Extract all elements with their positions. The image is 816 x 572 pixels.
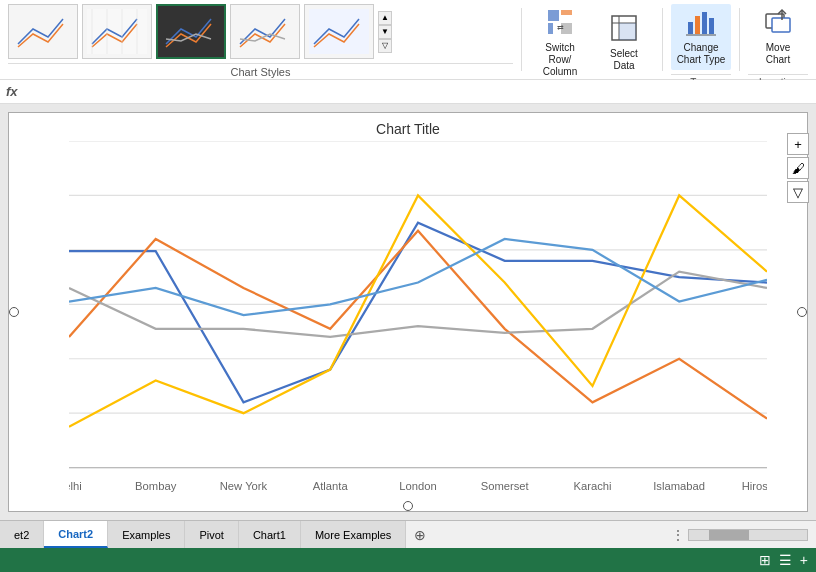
scroll-down[interactable]: ▼ bbox=[378, 25, 392, 39]
chart-type-icon bbox=[686, 8, 716, 40]
svg-text:Somerset: Somerset bbox=[481, 480, 530, 492]
svg-text:London: London bbox=[399, 480, 437, 492]
page-layout-icon[interactable]: ☰ bbox=[779, 552, 792, 568]
horizontal-scrollbar[interactable] bbox=[688, 529, 808, 541]
chart-area: 1200 1000 800 600 400 200 0 Delhi Bombay… bbox=[9, 141, 807, 520]
svg-rect-6 bbox=[548, 23, 553, 34]
chart-svg: 1200 1000 800 600 400 200 0 Delhi Bombay… bbox=[69, 141, 767, 520]
select-label: SelectData bbox=[610, 48, 638, 72]
location-btns: MoveChart bbox=[748, 4, 808, 70]
formula-icon: fx bbox=[6, 84, 18, 99]
change-chart-type-button[interactable]: ChangeChart Type bbox=[671, 4, 731, 70]
scrollbar-thumb[interactable] bbox=[709, 530, 749, 540]
svg-rect-19 bbox=[772, 18, 790, 32]
tabs-bar: et2 Chart2 Examples Pivot Chart1 More Ex… bbox=[0, 520, 816, 548]
tab-examples[interactable]: Examples bbox=[108, 521, 185, 548]
ribbon-divider-2 bbox=[662, 8, 663, 71]
chart-action-buttons: + 🖌 ▽ bbox=[787, 133, 809, 203]
tab-chart1[interactable]: Chart1 bbox=[239, 521, 301, 548]
page-break-icon[interactable]: + bbox=[800, 552, 808, 568]
svg-text:Atlanta: Atlanta bbox=[313, 480, 349, 492]
svg-text:Islamabad: Islamabad bbox=[653, 480, 705, 492]
svg-text:⇄: ⇄ bbox=[557, 23, 564, 32]
style-thumb-5[interactable] bbox=[304, 4, 374, 59]
move-icon bbox=[764, 8, 792, 40]
svg-rect-13 bbox=[688, 22, 693, 34]
formula-bar: fx bbox=[0, 80, 816, 104]
type-section: ChangeChart Type Type bbox=[671, 4, 731, 75]
add-tab-button[interactable]: ⊕ bbox=[406, 523, 434, 547]
tab-pivot[interactable]: Pivot bbox=[185, 521, 238, 548]
svg-rect-4 bbox=[548, 10, 559, 21]
data-btns: ⇄ Switch Row/Column SelectData bbox=[530, 4, 654, 82]
chart-type-label: ChangeChart Type bbox=[677, 42, 726, 66]
tab-sheet2[interactable]: et2 bbox=[0, 521, 44, 548]
svg-rect-5 bbox=[561, 10, 572, 15]
select-data-button[interactable]: SelectData bbox=[594, 4, 654, 82]
tab-more-examples[interactable]: More Examples bbox=[301, 521, 406, 548]
svg-text:Delhi: Delhi bbox=[69, 480, 82, 492]
chart-styles-section: ▲ ▼ ▽ Chart Styles bbox=[8, 4, 513, 75]
normal-view-icon[interactable]: ⊞ bbox=[759, 552, 771, 568]
data-section: ⇄ Switch Row/Column SelectData Data bbox=[530, 4, 654, 75]
tabs-scroll-dots: ⋮ bbox=[672, 528, 684, 542]
move-chart-button[interactable]: MoveChart bbox=[748, 4, 808, 70]
styles-scroll[interactable]: ▲ ▼ ▽ bbox=[378, 11, 392, 53]
chart-add-button[interactable]: + bbox=[787, 133, 809, 155]
chart-title: Chart Title bbox=[376, 121, 440, 137]
style-thumb-3[interactable] bbox=[156, 4, 226, 59]
style-thumb-2[interactable] bbox=[82, 4, 152, 59]
style-thumb-4[interactable] bbox=[230, 4, 300, 59]
svg-rect-15 bbox=[702, 12, 707, 34]
chart-container[interactable]: Chart Title + 🖌 ▽ 1200 bbox=[8, 112, 808, 512]
ribbon-divider-1 bbox=[521, 8, 522, 71]
svg-text:Karachi: Karachi bbox=[573, 480, 611, 492]
styles-label: Chart Styles bbox=[8, 63, 513, 78]
chart-filter-button[interactable]: ▽ bbox=[787, 181, 809, 203]
svg-text:New York: New York bbox=[220, 480, 268, 492]
tab-chart2[interactable]: Chart2 bbox=[44, 521, 108, 548]
ribbon: ▲ ▼ ▽ Chart Styles ⇄ Switch Ro bbox=[0, 0, 816, 80]
location-section: MoveChart Location bbox=[748, 4, 808, 75]
chart-style-button[interactable]: 🖌 bbox=[787, 157, 809, 179]
scroll-up[interactable]: ▲ bbox=[378, 11, 392, 25]
style-thumb-1[interactable] bbox=[8, 4, 78, 59]
move-label: MoveChart bbox=[766, 42, 790, 66]
svg-text:Hiroshima: Hiroshima bbox=[742, 480, 767, 492]
switch-row-col-button[interactable]: ⇄ Switch Row/Column bbox=[530, 4, 590, 82]
svg-rect-16 bbox=[709, 18, 714, 34]
select-icon bbox=[610, 14, 638, 46]
status-bar-right: ⊞ ☰ + bbox=[759, 552, 808, 568]
type-btns: ChangeChart Type bbox=[671, 4, 731, 70]
svg-rect-14 bbox=[695, 16, 700, 34]
switch-icon: ⇄ bbox=[546, 8, 574, 40]
status-bar: ⊞ ☰ + bbox=[0, 548, 816, 572]
switch-label: Switch Row/Column bbox=[534, 42, 586, 78]
chart-title-bar: Chart Title bbox=[9, 113, 807, 141]
scroll-expand[interactable]: ▽ bbox=[378, 39, 392, 53]
ribbon-divider-3 bbox=[739, 8, 740, 71]
styles-row: ▲ ▼ ▽ bbox=[8, 4, 513, 59]
svg-text:Bombay: Bombay bbox=[135, 480, 177, 492]
tabs-right: ⋮ bbox=[672, 528, 816, 542]
formula-input[interactable] bbox=[24, 85, 810, 99]
svg-rect-12 bbox=[619, 23, 636, 40]
main-area: Chart Title + 🖌 ▽ 1200 bbox=[0, 104, 816, 520]
